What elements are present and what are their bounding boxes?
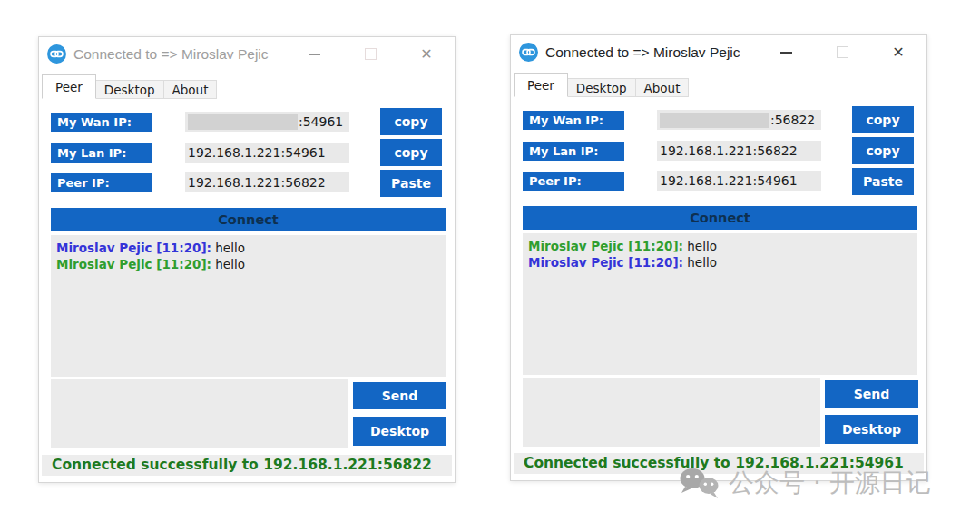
tab-desktop[interactable]: Desktop	[95, 80, 164, 99]
tab-strip: Peer Desktop About	[42, 74, 217, 99]
lan-ip-value: 192.168.1.221:54961	[188, 145, 326, 160]
close-button[interactable]: ✕	[413, 44, 440, 65]
message-sender: Miroslav Pejic [11:20]:	[56, 257, 211, 271]
chat-message: Miroslav Pejic [11:20]: hello	[56, 256, 446, 272]
desktop-button[interactable]: Desktop	[353, 417, 446, 446]
copy-lan-button[interactable]: copy	[380, 139, 442, 166]
paste-button[interactable]: Paste	[380, 170, 442, 197]
message-input[interactable]	[51, 379, 348, 448]
message-sender: Miroslav Pejic [11:20]:	[528, 255, 683, 270]
titlebar[interactable]: Connected to => Miroslav Pejic ✕	[511, 35, 926, 70]
wan-ip-label: My Wan IP:	[523, 111, 624, 130]
chat-window-left: Connected to => Miroslav Pejic ✕ Peer De…	[38, 36, 456, 483]
message-input[interactable]	[523, 378, 820, 447]
copy-lan-button[interactable]: copy	[852, 137, 914, 164]
message-text: hello	[683, 255, 717, 270]
chat-message: Miroslav Pejic [11:20]: hello	[528, 254, 917, 271]
peer-ip-label: Peer IP:	[51, 173, 152, 192]
window-title: Connected to => Miroslav Pejic	[545, 44, 740, 61]
maximize-button[interactable]	[828, 42, 856, 64]
tab-desktop[interactable]: Desktop	[567, 78, 636, 97]
peer-ip-field[interactable]: 192.168.1.221:54961	[657, 171, 821, 191]
connect-button[interactable]: Connect	[51, 208, 446, 231]
minimize-icon	[780, 52, 792, 54]
message-text: hello	[683, 239, 717, 253]
tab-strip: Peer Desktop About	[514, 72, 689, 97]
wan-ip-value: :54961	[299, 114, 343, 129]
chain-link-icon	[522, 45, 535, 59]
minimize-button[interactable]	[300, 44, 328, 65]
status-text: Connected successfully to 192.168.1.221:…	[524, 455, 904, 471]
message-text: hello	[211, 257, 245, 271]
close-button[interactable]: ✕	[885, 42, 912, 64]
connect-button[interactable]: Connect	[523, 206, 917, 230]
paste-button[interactable]: Paste	[852, 168, 914, 195]
tab-peer[interactable]: Peer	[42, 74, 96, 99]
minimize-button[interactable]	[772, 42, 799, 64]
app-icon	[519, 43, 538, 62]
copy-wan-button[interactable]: copy	[852, 106, 914, 133]
lan-ip-label: My Lan IP:	[523, 142, 624, 161]
chat-message: Miroslav Pejic [11:20]: hello	[56, 240, 446, 256]
window-title: Connected to => Miroslav Pejic	[74, 46, 269, 63]
status-bar: Connected successfully to 192.168.1.221:…	[514, 453, 924, 474]
tab-about[interactable]: About	[635, 78, 690, 97]
tab-about[interactable]: About	[163, 80, 218, 99]
peer-ip-value: 192.168.1.221:56822	[188, 175, 326, 190]
chat-message: Miroslav Pejic [11:20]: hello	[528, 238, 917, 254]
chat-log[interactable]: Miroslav Pejic [11:20]: hello Miroslav P…	[523, 233, 917, 375]
message-text: hello	[211, 241, 245, 255]
peer-ip-value: 192.168.1.221:54961	[660, 173, 798, 188]
copy-wan-button[interactable]: copy	[380, 108, 442, 135]
minimize-icon	[309, 54, 320, 55]
chat-window-right: Connected to => Miroslav Pejic ✕ Peer De…	[510, 34, 927, 481]
send-button[interactable]: Send	[825, 380, 918, 408]
peer-ip-field[interactable]: 192.168.1.221:56822	[185, 172, 349, 192]
maximize-button[interactable]	[357, 44, 384, 65]
chain-link-icon	[50, 47, 64, 61]
lan-ip-value: 192.168.1.221:56822	[660, 143, 798, 158]
status-text: Connected successfully to 192.168.1.221:…	[52, 457, 432, 473]
wan-ip-field[interactable]: :56822	[657, 110, 821, 130]
status-bar: Connected successfully to 192.168.1.221:…	[42, 455, 452, 476]
chat-log[interactable]: Miroslav Pejic [11:20]: hello Miroslav P…	[51, 235, 446, 377]
desktop-button[interactable]: Desktop	[825, 415, 918, 444]
lan-ip-label: My Lan IP:	[51, 143, 152, 163]
lan-ip-field[interactable]: 192.168.1.221:54961	[185, 143, 349, 163]
peer-ip-label: Peer IP:	[523, 172, 624, 191]
wan-ip-value: :56822	[770, 113, 815, 127]
wan-ip-redaction	[188, 114, 298, 130]
message-sender: Miroslav Pejic [11:20]:	[528, 239, 683, 253]
maximize-icon	[837, 46, 848, 58]
wan-ip-label: My Wan IP:	[51, 113, 152, 132]
titlebar[interactable]: Connected to => Miroslav Pejic ✕	[39, 37, 455, 72]
maximize-icon	[365, 48, 377, 60]
wan-ip-field[interactable]: :54961	[185, 112, 349, 132]
wan-ip-redaction	[660, 113, 769, 128]
send-button[interactable]: Send	[353, 382, 446, 409]
lan-ip-field[interactable]: 192.168.1.221:56822	[657, 141, 821, 161]
message-sender: Miroslav Pejic [11:20]:	[56, 241, 211, 255]
app-icon	[47, 44, 66, 64]
tab-peer[interactable]: Peer	[514, 73, 568, 97]
